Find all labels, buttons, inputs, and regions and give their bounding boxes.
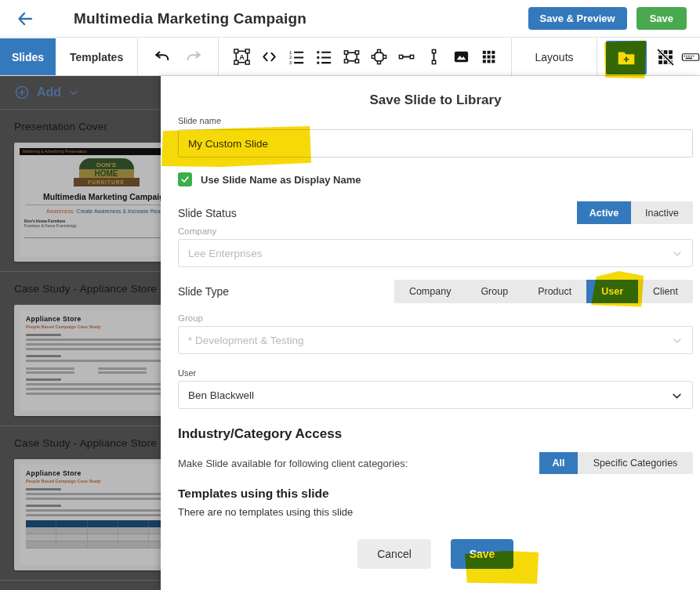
svg-text:1: 1 [288, 50, 291, 55]
add-slide-button[interactable]: Add [0, 76, 161, 110]
status-option-inactive[interactable]: Inactive [631, 201, 693, 224]
keyboard-button[interactable] [681, 38, 700, 76]
save-slide-modal: Save Slide to Library Slide name Use Sli… [161, 76, 700, 590]
text-placeholder [26, 393, 161, 395]
redo-icon [185, 49, 202, 66]
slide-thumbnail-cover[interactable]: Marketing & Advertising Presentation DON… [14, 143, 161, 262]
page-title: Multimedia Marketing Campaign [74, 10, 306, 27]
save-and-preview-button[interactable]: Save & Preview [528, 7, 627, 30]
industry-category-heading: Industry/Category Access [178, 426, 693, 442]
horizontal-line-icon [397, 48, 415, 66]
text-placeholder [26, 493, 161, 495]
type-option-company[interactable]: Company [394, 280, 466, 303]
top-bar: Multimedia Marketing Campaign Save & Pre… [0, 0, 700, 38]
slide-status-toggle: Active Inactive [577, 201, 693, 224]
slides-sidebar: Add Presentation Cover Marketing & Adver… [0, 76, 161, 590]
categories-option-specific[interactable]: Specific Categories [578, 452, 693, 474]
templates-empty-text: There are no templates using this slide [178, 506, 693, 518]
thumb-banner-text: Marketing & Advertising Presentation [20, 148, 161, 155]
display-name-checkbox-row[interactable]: Use Slide Name as Display Name [178, 172, 693, 186]
slide-name-input[interactable] [178, 129, 693, 157]
undo-button[interactable] [149, 38, 176, 76]
shape-circle-button[interactable] [365, 38, 392, 76]
undo-icon [154, 49, 171, 66]
bullet-list-button[interactable] [310, 38, 337, 76]
add-circle-icon [14, 85, 30, 100]
categories-label: Make Slide available for following clien… [178, 458, 408, 469]
back-button[interactable] [0, 0, 50, 38]
tab-slides[interactable]: Slides [0, 38, 56, 75]
back-arrow-icon [16, 9, 34, 28]
save-slide-to-library-button[interactable] [606, 41, 647, 74]
categories-toggle: All Specific Categories [539, 452, 693, 474]
status-option-active[interactable]: Active [577, 201, 631, 224]
user-value: Ben Blackwell [188, 389, 254, 401]
layouts-button[interactable]: Layouts [512, 38, 597, 75]
cancel-button[interactable]: Cancel [357, 539, 431, 569]
user-select[interactable]: Ben Blackwell [178, 381, 693, 409]
numbered-list-icon: 1 2 3 [288, 48, 306, 66]
slide-label: Case Study - Appliance Store ( [14, 283, 161, 295]
editor-toolbar: Slides Templates A [0, 38, 700, 76]
type-option-client[interactable]: Client [638, 280, 693, 303]
text-placeholder [26, 355, 61, 357]
save-button-top[interactable]: Save [637, 7, 687, 30]
vertical-line-icon [425, 48, 443, 66]
company-label: Company [178, 226, 693, 236]
slide-thumbnail-case1[interactable]: Appliance Store People Based Campaign Ca… [14, 305, 161, 416]
horizontal-line-button[interactable] [393, 38, 419, 76]
slide-thumbnail-case2[interactable]: Appliance Store People Based Campaign Ca… [14, 459, 161, 570]
thumb-subtitle: People Based Campaign Case Study [26, 479, 161, 483]
thumb-byline2: Furniture & Home Furnishings [24, 223, 161, 228]
grid-layout-button[interactable] [475, 38, 502, 76]
type-option-product[interactable]: Product [523, 280, 586, 303]
divider [24, 237, 161, 238]
user-label: User [178, 368, 693, 378]
slide-section-case1: Case Study - Appliance Store ( Appliance… [0, 272, 161, 426]
thumb-title: Multimedia Marketing Campaign [20, 192, 161, 201]
templates-heading: Templates using this slide [178, 487, 693, 501]
slide-type-label: Slide Type [178, 285, 229, 298]
text-placeholder [26, 488, 61, 490]
company-select[interactable]: Lee Enterprises [178, 239, 693, 267]
chevron-down-icon [68, 87, 79, 98]
insert-text-box-button[interactable]: A [228, 38, 255, 76]
company-value: Lee Enterprises [188, 248, 263, 259]
type-option-user[interactable]: User [586, 280, 638, 303]
table-off-button[interactable] [651, 38, 678, 76]
divider [26, 205, 161, 205]
save-button-modal[interactable]: Save [451, 539, 513, 569]
vertical-line-button[interactable] [420, 38, 447, 76]
categories-option-all[interactable]: All [539, 452, 578, 474]
thumb-table [26, 520, 161, 548]
selection-frame-icon [343, 48, 361, 66]
svg-text:3: 3 [288, 60, 291, 65]
redo-button[interactable] [180, 38, 207, 76]
selection-frame-button[interactable] [338, 38, 365, 76]
text-placeholder [26, 334, 61, 336]
tab-templates[interactable]: Templates [56, 38, 137, 75]
text-placeholder [26, 509, 161, 512]
slide-label: Case Study - Appliance Store ( [14, 437, 161, 449]
image-icon [452, 48, 470, 66]
grid-icon [480, 48, 498, 66]
code-icon [260, 48, 278, 66]
insert-code-button[interactable] [256, 38, 282, 76]
text-placeholder [26, 360, 161, 362]
bullet-list-icon [315, 48, 333, 66]
insert-image-button[interactable] [448, 38, 474, 76]
text-placeholder [26, 505, 61, 507]
type-option-group[interactable]: Group [466, 280, 523, 303]
numbered-list-button[interactable]: 1 2 3 [283, 38, 310, 76]
modal-title: Save Slide to Library [178, 92, 693, 108]
slide-name-label: Slide name [178, 116, 693, 125]
table-off-icon [655, 47, 675, 67]
text-placeholder [26, 383, 161, 385]
shape-circle-icon [370, 48, 388, 66]
folder-add-icon [616, 48, 637, 68]
chevron-down-icon [671, 390, 683, 402]
group-select[interactable]: * Development & Testing [178, 326, 693, 354]
checkbox-checked-icon[interactable] [178, 172, 192, 186]
text-box-icon: A [233, 48, 251, 66]
toolbar-divider [597, 38, 597, 75]
